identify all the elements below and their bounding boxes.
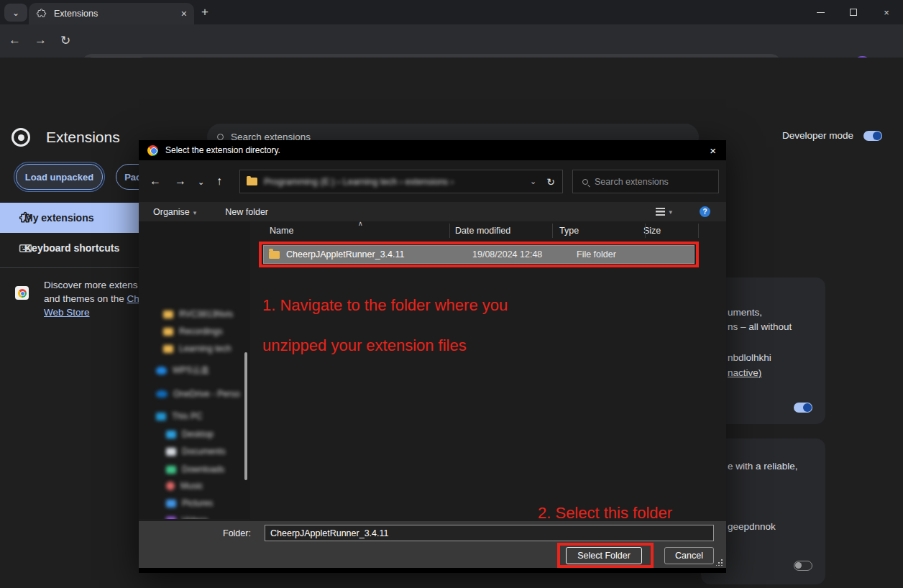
annotation-box-file-row [259, 242, 699, 267]
column-separator[interactable] [645, 224, 646, 238]
tree-item[interactable]: RVC3813Nvis [139, 307, 247, 321]
reload-icon[interactable]: ↻ [60, 33, 70, 48]
recent-locations-icon[interactable]: ⌄ [198, 178, 204, 187]
close-icon: × [884, 7, 889, 18]
help-button[interactable]: ? [700, 206, 710, 217]
maximize-button[interactable] [837, 0, 870, 24]
this-pc-icon [156, 413, 166, 421]
annotation-step2: 2. Select this folder [538, 503, 672, 523]
chrome-web-store-link[interactable]: Web Store [44, 307, 90, 318]
file-list-header: ∧ Name Date modified Type Size [250, 221, 726, 240]
card-description-fragment: e with a reliable, [728, 461, 798, 472]
breadcrumb-path[interactable]: Programming (E:) › Learning tech › exten… [264, 177, 530, 187]
minimize-button[interactable] [804, 0, 837, 24]
cancel-button[interactable]: Cancel [664, 547, 714, 564]
tab-search-button[interactable]: ⌄ [4, 4, 27, 22]
new-tab-button[interactable]: + [201, 5, 208, 19]
downloads-icon [166, 466, 176, 474]
caret-down-icon: ▾ [669, 208, 672, 216]
tree-item[interactable]: Music [139, 479, 247, 493]
chrome-logo-icon [147, 145, 158, 156]
close-window-button[interactable]: × [870, 0, 903, 24]
tab-close-icon[interactable]: × [181, 8, 187, 19]
developer-mode-label: Developer mode [782, 130, 853, 141]
organise-menu[interactable]: Organise▾ [153, 207, 196, 217]
refresh-icon[interactable]: ↻ [546, 176, 555, 188]
window-controls: × [804, 0, 903, 24]
column-separator[interactable] [449, 224, 450, 238]
back-icon[interactable]: ← [9, 33, 21, 47]
tree-item[interactable]: This PC [139, 409, 247, 423]
dialog-close-icon[interactable]: × [710, 144, 716, 157]
forward-icon[interactable]: → [35, 33, 47, 47]
sidebar-item-label: My extensions [24, 212, 93, 224]
tree-item[interactable]: OneDrive - Perso [139, 387, 247, 401]
card-inspect-views-link[interactable]: nactive) [728, 367, 761, 378]
list-view-icon [656, 208, 665, 216]
annotation-step1: 1. Navigate to the folder where you unzi… [262, 275, 508, 356]
tree-item[interactable]: WPS云盘 [139, 363, 247, 377]
tree-item[interactable]: Videos [139, 513, 247, 519]
folder-field-label: Folder: [223, 528, 251, 538]
sidebar-item-label: Keyboard shortcuts [24, 242, 119, 254]
tree-item[interactable]: Desktop [139, 427, 247, 441]
tree-item[interactable]: Documents [139, 444, 247, 459]
music-icon [166, 482, 175, 490]
annotation-step1-line2: unzipped your extension files [262, 336, 467, 354]
wps-cloud-icon [156, 367, 167, 375]
chevron-down-icon: ⌄ [12, 8, 19, 18]
column-separator[interactable] [698, 224, 699, 238]
tab-extensions[interactable]: Extensions × [29, 3, 194, 24]
column-header-size[interactable]: Size [643, 226, 661, 236]
extension-enable-toggle[interactable] [794, 561, 812, 571]
extensions-logo-icon [12, 128, 30, 147]
tree-item[interactable]: Recordings [139, 324, 247, 339]
folder-icon [163, 328, 173, 336]
up-icon[interactable]: ↑ [216, 175, 222, 188]
column-header-date[interactable]: Date modified [455, 226, 510, 236]
pictures-icon [166, 500, 176, 507]
maximize-icon [850, 9, 857, 16]
card-description-fragment: uments, [728, 307, 762, 318]
dialog-title: Select the extension directory. [165, 145, 710, 155]
documents-icon [166, 448, 176, 456]
dialog-search-box[interactable] [572, 170, 719, 193]
tree-item[interactable]: Pictures [139, 496, 247, 510]
dialog-title-bar[interactable]: Select the extension directory. × [139, 140, 726, 160]
view-mode-button[interactable]: ▾ [656, 208, 672, 216]
resize-grip[interactable] [716, 559, 723, 566]
breadcrumb[interactable]: Programming (E:) › Learning tech › exten… [239, 170, 563, 193]
page-title: Extensions [46, 129, 120, 146]
tree-item[interactable]: Downloads [139, 462, 247, 477]
new-folder-button[interactable]: New folder [225, 207, 268, 217]
tree-item[interactable]: Learning tech [139, 341, 247, 356]
puzzle-icon [36, 9, 47, 19]
videos-icon [166, 517, 176, 520]
column-separator[interactable] [552, 224, 553, 238]
breadcrumb-dropdown-icon[interactable]: ⌄ [530, 177, 536, 186]
dialog-footer [139, 568, 726, 573]
dialog-nav-row: ← → ⌄ ↑ Programming (E:) › Learning tech… [139, 160, 726, 202]
extension-enable-toggle[interactable] [794, 403, 812, 413]
browser-toolbar: ← → ↻ Chrome chrome://extensions ☆ JNLP … [0, 24, 903, 58]
load-unpacked-button[interactable]: Load unpacked [16, 164, 103, 190]
discover-line2: and themes on the [44, 293, 127, 304]
puzzle-icon [19, 211, 32, 224]
chrome-web-store-icon [15, 286, 29, 300]
column-header-type[interactable]: Type [559, 226, 579, 236]
column-header-name[interactable]: Name [270, 226, 293, 236]
caret-down-icon: ▾ [193, 209, 197, 216]
dialog-search-input[interactable] [595, 177, 702, 187]
forward-icon[interactable]: → [175, 175, 186, 188]
desktop-icon [166, 431, 176, 438]
card-id-fragment: nbdlolhkhi [728, 352, 771, 363]
organise-label: Organise [153, 207, 190, 217]
tree-scrollbar[interactable] [244, 352, 247, 480]
sort-ascending-icon: ∧ [358, 220, 363, 227]
back-icon[interactable]: ← [150, 175, 161, 188]
folder-tree: RVC3813Nvis Recordings Learning tech WPS… [139, 221, 250, 519]
developer-mode-toggle[interactable] [863, 131, 882, 141]
folder-icon [163, 311, 173, 318]
folder-name-input[interactable] [265, 525, 714, 541]
chrome-web-store-link[interactable]: Ch [127, 293, 139, 304]
